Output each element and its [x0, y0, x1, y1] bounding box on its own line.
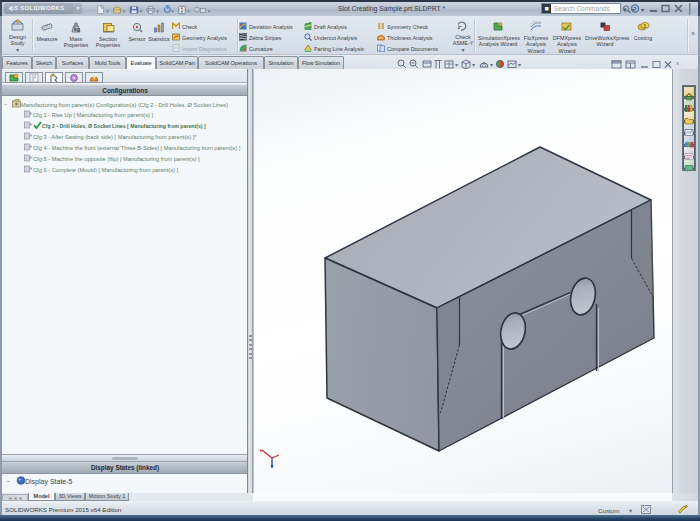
- svg-text:▾: ▾: [106, 7, 109, 13]
- svg-text:▾: ▾: [632, 7, 635, 13]
- svg-text:▾: ▾: [641, 7, 644, 13]
- svg-text:kg: kg: [74, 26, 80, 32]
- svg-text:▾: ▾: [140, 7, 143, 13]
- svg-text:▾: ▾: [208, 7, 211, 13]
- svg-text:x: x: [676, 60, 679, 66]
- svg-text:▾: ▾: [123, 7, 126, 13]
- svg-text:▾: ▾: [171, 7, 174, 13]
- svg-text:▾: ▾: [472, 62, 475, 68]
- svg-text:▾: ▾: [490, 62, 493, 68]
- svg-text:▾: ▾: [187, 7, 190, 13]
- svg-text:▾: ▾: [518, 62, 521, 68]
- svg-text:▾: ▾: [455, 62, 458, 68]
- svg-text:▾: ▾: [156, 7, 159, 13]
